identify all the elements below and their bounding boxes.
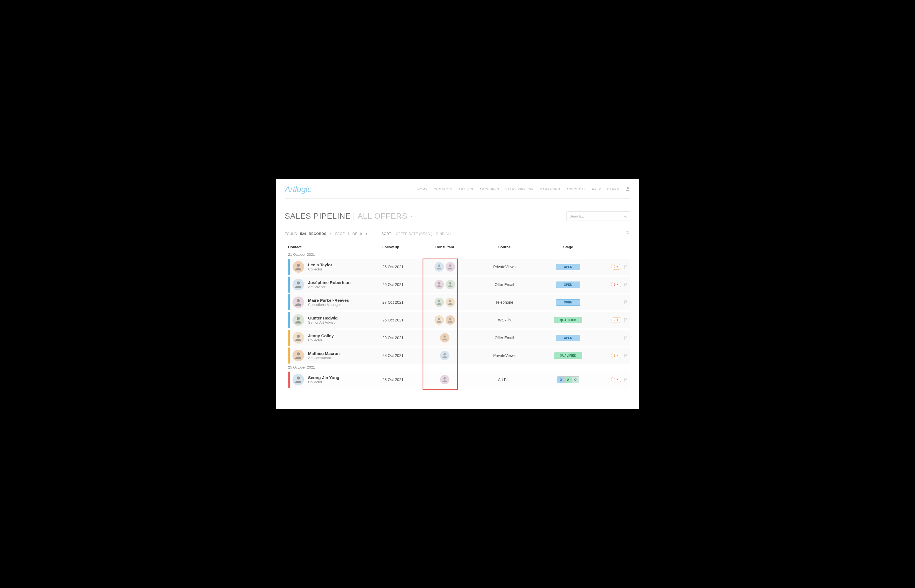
consultant-cell[interactable] — [424, 297, 466, 307]
stage-chip[interactable]: A — [565, 376, 572, 383]
stage-cell[interactable]: OPEN — [543, 299, 593, 305]
nav-marketing[interactable]: MARKETING — [540, 187, 560, 191]
nav-accounts[interactable]: ACCOUNTS — [567, 187, 586, 191]
svg-point-5 — [438, 283, 440, 285]
stage-pill-open[interactable]: OPEN — [556, 281, 580, 288]
row-flag-icon[interactable] — [623, 335, 628, 340]
sort-value[interactable]: OFFER DATE (DESC.) — [396, 232, 432, 236]
consultant-cell[interactable] — [424, 351, 466, 360]
contact-avatar — [293, 297, 304, 308]
consultant-avatar[interactable] — [440, 333, 449, 342]
table-row[interactable]: Leola TaylorCollector26 Oct 2021PrivateV… — [288, 259, 630, 275]
consultant-avatar[interactable] — [434, 262, 444, 271]
star-badge[interactable]: 4 — [611, 377, 621, 383]
find-all-link[interactable]: FIND ALL — [436, 232, 452, 236]
stage-pill-multi[interactable]: OAQ — [557, 376, 579, 383]
svg-point-15 — [297, 352, 300, 355]
stage-cell[interactable]: OPEN — [543, 335, 593, 341]
row-flag-icon[interactable] — [623, 353, 628, 358]
col-contact[interactable]: Contact — [288, 245, 382, 249]
star-badge[interactable]: 2 — [611, 264, 621, 270]
table-row[interactable]: Günter HedwigSenior Art Advisor26 Oct 20… — [288, 312, 630, 328]
consultant-avatar[interactable] — [440, 375, 449, 384]
contact-avatar — [293, 374, 304, 385]
consultant-avatar[interactable] — [434, 280, 444, 289]
consultant-avatar[interactable] — [434, 315, 444, 325]
brand-logo[interactable]: Artlogic — [285, 184, 311, 194]
pager-prev-icon[interactable] — [329, 232, 332, 236]
nav-other[interactable]: OTHER — [607, 187, 619, 191]
table-row[interactable]: Maire Parker-ReevesCollections Manager27… — [288, 294, 630, 310]
contact-cell[interactable]: Leola TaylorCollector — [290, 261, 382, 273]
nav-help[interactable]: HELP — [592, 187, 601, 191]
star-badge[interactable]: 2 — [611, 317, 621, 323]
svg-point-4 — [297, 281, 300, 284]
table-row[interactable]: Jenny ColleyCollector29 Oct 2021Offer Em… — [288, 330, 630, 346]
nav-sales-pipeline[interactable]: SALES PIPELINE — [505, 187, 534, 191]
nav-artworks[interactable]: ARTWORKS — [479, 187, 499, 191]
user-icon[interactable] — [625, 187, 630, 192]
consultant-cell[interactable] — [424, 280, 466, 289]
stage-cell[interactable]: QUALIFIED — [543, 352, 593, 359]
contact-cell[interactable]: Maire Parker-ReevesCollections Manager — [290, 297, 382, 308]
consultant-avatar[interactable] — [445, 315, 455, 325]
contact-text: Jenny ColleyCollector — [308, 333, 334, 342]
row-flag-icon[interactable] — [623, 300, 628, 305]
stage-chip[interactable]: O — [557, 376, 565, 383]
search-box[interactable] — [567, 212, 630, 221]
stage-cell[interactable]: OAQ — [543, 376, 593, 383]
consultant-cell[interactable] — [424, 262, 466, 271]
col-source[interactable]: Source — [466, 245, 543, 249]
col-actions — [593, 245, 627, 249]
nav-contacts[interactable]: CONTACTS — [434, 187, 452, 191]
nav-home[interactable]: HOME — [417, 187, 428, 191]
meta-row: FOUND 524 RECORDS PAGE 1 OF 9 SORT: OFFE… — [276, 221, 639, 237]
consultant-avatar[interactable] — [445, 297, 455, 307]
followup-cell: 29 Oct 2021 — [382, 336, 424, 340]
contact-cell[interactable]: Seong-Jin YongCollector — [290, 374, 382, 385]
stage-pill-qualified[interactable]: QUALIFIED — [554, 317, 582, 323]
stage-pill-qualified[interactable]: QUALIFIED — [554, 352, 582, 359]
contact-cell[interactable]: Jenny ColleyCollector — [290, 332, 382, 344]
col-stage[interactable]: Stage — [543, 245, 593, 249]
contact-avatar — [293, 314, 304, 326]
pager-next-icon[interactable] — [365, 232, 368, 236]
consultant-avatar[interactable] — [440, 351, 449, 360]
stage-pill-open[interactable]: OPEN — [556, 335, 580, 341]
consultant-avatar[interactable] — [445, 280, 455, 289]
consultant-cell[interactable] — [424, 315, 466, 325]
contact-cell[interactable]: Mathieu MacronArt Consultant — [290, 350, 382, 361]
flag-icon[interactable] — [625, 231, 630, 236]
stage-pill-open[interactable]: OPEN — [556, 264, 580, 270]
search-input[interactable] — [570, 214, 623, 218]
consultant-cell[interactable] — [424, 333, 466, 342]
row-flag-icon[interactable] — [623, 264, 628, 269]
consultant-cell[interactable] — [424, 375, 466, 384]
stage-cell[interactable]: OPEN — [543, 281, 593, 288]
star-badge[interactable]: 2 — [611, 353, 621, 358]
nav-artists[interactable]: ARTISTS — [458, 187, 473, 191]
row-flag-icon[interactable] — [623, 318, 628, 323]
row-flag-icon[interactable] — [623, 377, 628, 382]
sort-block: SORT: OFFER DATE (DESC.) FIND ALL — [382, 232, 452, 236]
star-badge[interactable]: 5 — [611, 282, 621, 288]
svg-point-6 — [449, 283, 452, 285]
row-flag-icon[interactable] — [623, 282, 628, 287]
col-consultant[interactable]: Consultant — [424, 245, 466, 249]
contact-cell[interactable]: Günter HedwigSenior Art Advisor — [290, 314, 382, 326]
consultant-avatar[interactable] — [434, 297, 444, 307]
table-row[interactable]: Seong-Jin YongCollector28 Oct 2021Art Fa… — [288, 372, 630, 388]
page-subtitle-dropdown[interactable]: | ALL OFFERS — [353, 212, 413, 221]
stage-pill-open[interactable]: OPEN — [556, 299, 580, 305]
stage-cell[interactable]: OPEN — [543, 264, 593, 270]
consultant-avatar[interactable] — [445, 262, 455, 271]
table-row[interactable]: Joséphine RobertsonArt Advisor26 Oct 202… — [288, 276, 630, 292]
stage-chip[interactable]: Q — [572, 376, 579, 383]
stage-cell[interactable]: QUALIFIED — [543, 317, 593, 323]
col-followup[interactable]: Follow up — [382, 245, 424, 249]
page-label: PAGE — [335, 232, 345, 236]
actions-cell — [593, 300, 630, 305]
table-row[interactable]: Mathieu MacronArt Consultant28 Oct 2021P… — [288, 347, 630, 363]
contact-role: Collections Manager — [308, 302, 349, 307]
contact-cell[interactable]: Joséphine RobertsonArt Advisor — [290, 279, 382, 291]
